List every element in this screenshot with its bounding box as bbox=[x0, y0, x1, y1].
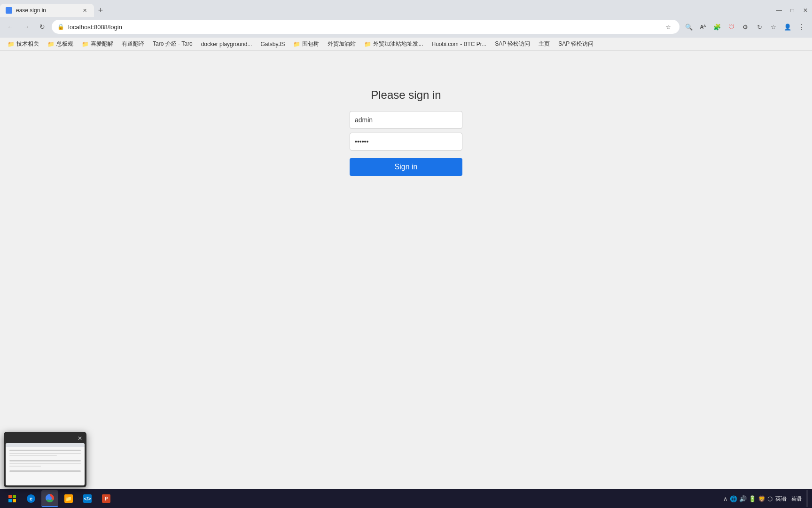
up-arrow-tray[interactable]: ∧ bbox=[723, 495, 728, 502]
edge-taskbar-button[interactable]: e bbox=[23, 490, 39, 507]
bookmark-star-icon[interactable]: ☆ bbox=[663, 21, 674, 32]
bookmark-gatsby[interactable]: GatsbyJS bbox=[257, 40, 289, 48]
folder-icon: 📁 bbox=[293, 41, 300, 48]
svg-rect-0 bbox=[8, 495, 12, 498]
volume-icon[interactable]: 🔊 bbox=[739, 495, 747, 502]
window-close-button[interactable]: ✕ bbox=[799, 4, 812, 17]
tab-bar: ease sign in ✕ + — □ ✕ bbox=[0, 0, 812, 17]
bluetooth-icon[interactable]: ⬡ bbox=[767, 495, 773, 502]
minimize-button[interactable]: — bbox=[773, 4, 786, 17]
bookmark-label: 总板规 bbox=[56, 40, 73, 48]
folder-icon: 📁 bbox=[47, 41, 55, 48]
vscode-button[interactable]: </> bbox=[79, 490, 96, 507]
folder-icon: 📁 bbox=[8, 41, 15, 48]
svg-rect-2 bbox=[8, 499, 12, 502]
bookmark-label: 技术相关 bbox=[16, 40, 39, 48]
brave-icon[interactable]: 🦁 bbox=[758, 495, 765, 502]
address-text: localhost:8088/login bbox=[68, 24, 659, 31]
folder-icon: 📁 bbox=[82, 41, 89, 48]
bookmark-label: 有道翻译 bbox=[122, 40, 144, 48]
windows-icon bbox=[8, 495, 16, 502]
bookmark-taro[interactable]: Taro 介绍 - Taro bbox=[149, 39, 196, 49]
bookmark-weibao[interactable]: 📁 围包树 bbox=[289, 39, 323, 49]
clock[interactable]: 英语 bbox=[775, 495, 787, 503]
chrome-taskbar-button[interactable] bbox=[41, 490, 58, 507]
bookmark-techrelated[interactable]: 📁 技术相关 bbox=[4, 39, 43, 49]
bookmark-label: docker playground... bbox=[201, 41, 252, 48]
bookmarks-bar: 📁 技术相关 📁 总板规 📁 喜爱翻解 有道翻译 Taro 介绍 - Taro … bbox=[0, 38, 812, 51]
bookmark-label: 外贸加油站 bbox=[328, 40, 356, 48]
bookmark-label: 围包树 bbox=[302, 40, 319, 48]
thumbnail-popup: ✕ bbox=[4, 432, 86, 487]
star-icon[interactable]: ☆ bbox=[767, 20, 780, 33]
language-indicator[interactable]: 英语 bbox=[789, 495, 804, 502]
page-content: Please sign in Sign in bbox=[0, 51, 812, 489]
bookmark-waimao[interactable]: 外贸加油站 bbox=[324, 39, 359, 49]
username-input[interactable] bbox=[350, 111, 462, 129]
thumbnail-preview[interactable] bbox=[6, 443, 85, 485]
active-tab[interactable]: ease sign in ✕ bbox=[0, 4, 94, 17]
start-button[interactable] bbox=[4, 490, 21, 507]
bookmark-youdao[interactable]: 有道翻译 bbox=[118, 39, 148, 49]
sign-in-button[interactable]: Sign in bbox=[350, 158, 462, 176]
shield-icon[interactable]: 🛡 bbox=[725, 20, 738, 33]
svg-rect-1 bbox=[13, 495, 16, 498]
reload-button[interactable]: ↻ bbox=[36, 20, 49, 33]
bookmark-zonbangui[interactable]: 📁 总板规 bbox=[44, 39, 77, 49]
search-icon[interactable]: 🔍 bbox=[682, 20, 695, 33]
folder-icon: 📁 bbox=[364, 41, 371, 48]
bookmark-label: SAP 轻松访问 bbox=[558, 40, 593, 48]
profile-icon[interactable]: 👤 bbox=[781, 20, 794, 33]
network-icon[interactable]: 🌐 bbox=[730, 495, 737, 502]
bookmark-label: Taro 介绍 - Taro bbox=[153, 40, 193, 48]
svg-rect-3 bbox=[13, 499, 16, 502]
bookmark-waimao2[interactable]: 📁 外贸加油站地址发... bbox=[360, 39, 427, 49]
lock-icon: 🔒 bbox=[57, 24, 64, 30]
battery-icon[interactable]: 🔋 bbox=[749, 495, 756, 502]
thumbnail-header: ✕ bbox=[6, 434, 85, 443]
bookmark-xiai[interactable]: 📁 喜爱翻解 bbox=[78, 39, 117, 49]
bookmark-label: SAP 轻松访问 bbox=[495, 40, 530, 48]
page-title: Please sign in bbox=[371, 88, 441, 102]
time-display: 英语 bbox=[775, 495, 787, 503]
show-desktop-button[interactable] bbox=[806, 490, 808, 507]
new-tab-button[interactable]: + bbox=[94, 4, 107, 17]
tab-title: ease sign in bbox=[16, 7, 77, 14]
system-tray-icons: ∧ 🌐 🔊 🔋 🦁 ⬡ bbox=[723, 495, 773, 502]
password-input[interactable] bbox=[350, 133, 462, 151]
powerpoint-button[interactable]: P bbox=[98, 490, 115, 507]
bookmark-label: Huobi.com - BTC Pr... bbox=[431, 41, 486, 48]
bookmark-home[interactable]: 主页 bbox=[535, 39, 554, 49]
bookmark-label: 外贸加油站地址发... bbox=[373, 40, 423, 48]
address-bar: ← → ↻ 🔒 localhost:8088/login ☆ 🔍 Aᴬ 🧩 🛡 … bbox=[0, 17, 812, 38]
forward-button[interactable]: → bbox=[20, 20, 33, 33]
address-icons: ☆ bbox=[663, 21, 674, 32]
bookmark-label: 主页 bbox=[539, 40, 550, 48]
bookmark-sap1[interactable]: SAP 轻松访问 bbox=[491, 39, 534, 49]
taskbar-right: ∧ 🌐 🔊 🔋 🦁 ⬡ 英语 英语 bbox=[723, 490, 808, 507]
bookmark-label: GatsbyJS bbox=[260, 41, 285, 48]
menu-icon[interactable]: ⋮ bbox=[795, 20, 808, 33]
maximize-button[interactable]: □ bbox=[786, 4, 799, 17]
tab-close-button[interactable]: ✕ bbox=[81, 7, 88, 14]
bookmark-sap2[interactable]: SAP 轻松访问 bbox=[554, 39, 597, 49]
back-button[interactable]: ← bbox=[4, 20, 17, 33]
file-explorer-button[interactable]: 📁 bbox=[60, 490, 77, 507]
toolbar-icons: 🔍 Aᴬ 🧩 🛡 ⚙ ↻ ☆ 👤 ⋮ bbox=[682, 20, 808, 33]
address-input-wrapper[interactable]: 🔒 localhost:8088/login ☆ bbox=[52, 20, 679, 34]
bookmark-huobi[interactable]: Huobi.com - BTC Pr... bbox=[428, 40, 490, 48]
thumbnail-close-button[interactable]: ✕ bbox=[76, 435, 84, 442]
bookmark-label: 喜爱翻解 bbox=[91, 40, 113, 48]
taskbar: e 📁 </> P ✕ bbox=[0, 489, 812, 508]
browser-chrome: ease sign in ✕ + — □ ✕ ← → ↻ 🔒 localhost… bbox=[0, 0, 812, 51]
login-form: Please sign in Sign in bbox=[350, 88, 462, 176]
font-size-icon[interactable]: Aᴬ bbox=[696, 20, 710, 33]
extensions-icon[interactable]: 🧩 bbox=[710, 20, 724, 33]
tab-favicon bbox=[6, 7, 12, 14]
bookmark-docker[interactable]: docker playground... bbox=[197, 40, 256, 48]
settings-icon[interactable]: ⚙ bbox=[739, 20, 752, 33]
refresh-button2[interactable]: ↻ bbox=[753, 20, 766, 33]
